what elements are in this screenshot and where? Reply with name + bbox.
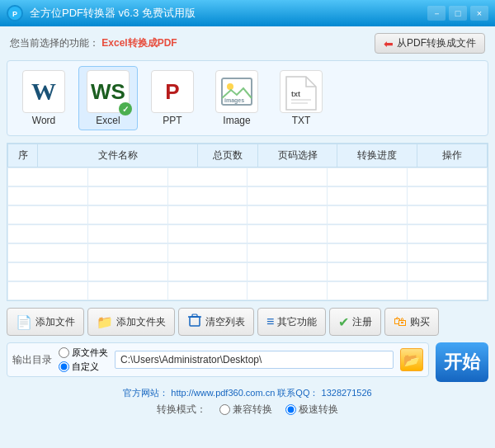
table-row — [7, 186, 488, 205]
radio-original-folder[interactable]: 原文件夹 — [59, 347, 108, 359]
svg-rect-9 — [190, 317, 200, 326]
current-func-display: 您当前选择的功能： Excel转换成PDF — [10, 36, 177, 50]
radio-original-label: 原文件夹 — [72, 347, 108, 359]
format-txt[interactable]: txt TXT — [271, 67, 331, 130]
table-row — [7, 281, 488, 300]
excel-check-icon: ✓ — [119, 102, 132, 116]
qq-label: 联系QQ： — [277, 388, 318, 398]
maximize-button[interactable]: □ — [449, 6, 467, 21]
format-word[interactable]: W Word — [14, 67, 73, 130]
top-bar: 您当前选择的功能： Excel转换成PDF ⬅ 从PDF转换成文件 — [7, 31, 488, 55]
app-title: 全方位PDF转换器 v6.3 免费试用版 — [30, 6, 427, 21]
title-bar: P 全方位PDF转换器 v6.3 免费试用版 － □ × — [0, 0, 495, 26]
other-func-label: 其它功能 — [277, 315, 317, 329]
buy-icon: 🛍 — [394, 314, 407, 329]
table-header: 序 文件名称 总页数 页码选择 转换进度 操作 — [7, 144, 488, 167]
txt-icon-box: txt — [280, 70, 323, 113]
ppt-icon-box: P — [151, 70, 194, 113]
browse-folder-button[interactable]: 📂 — [400, 348, 423, 371]
radio-custom[interactable]: 自定义 — [59, 361, 108, 373]
image-label: Image — [223, 115, 250, 126]
radio-custom-input[interactable] — [59, 361, 69, 372]
add-file-icon: 📄 — [16, 314, 32, 330]
minimize-button[interactable]: － — [427, 6, 446, 21]
close-button[interactable]: × — [470, 6, 488, 21]
register-label: 注册 — [352, 315, 372, 329]
register-icon: ✔ — [338, 314, 349, 330]
svg-rect-11 — [192, 314, 197, 317]
table-row — [7, 224, 488, 243]
folder-icon: 📂 — [403, 352, 420, 368]
clear-list-icon — [187, 313, 202, 331]
col-pagesel: 页码选择 — [257, 144, 337, 167]
other-func-button[interactable]: ≡ 其它功能 — [257, 308, 326, 336]
radio-original-input[interactable] — [59, 347, 69, 358]
svg-text:images: images — [224, 97, 244, 104]
current-func-value: Excel转换成PDF — [101, 37, 177, 49]
app-logo: P — [7, 5, 23, 21]
window-controls: － □ × — [427, 6, 488, 21]
buy-label: 购买 — [410, 315, 430, 329]
image-icon-box: images — [215, 70, 258, 113]
col-pages: 总页数 — [197, 144, 257, 167]
reverse-convert-button[interactable]: ⬅ 从PDF转换成文件 — [375, 33, 485, 54]
radio-custom-label: 自定义 — [72, 361, 99, 373]
ppt-label: PPT — [163, 115, 182, 126]
col-progress: 转换进度 — [337, 144, 417, 167]
table-row — [7, 205, 488, 224]
add-file-label: 添加文件 — [35, 315, 75, 329]
svg-text:P: P — [12, 10, 17, 18]
col-seq: 序 — [8, 144, 38, 167]
excel-icon-box: WS ✓ — [87, 70, 130, 113]
output-dir-row: 输出目录 原文件夹 自定义 📂 — [7, 342, 429, 377]
other-func-icon: ≡ — [266, 314, 274, 329]
add-file-button[interactable]: 📄 添加文件 — [7, 308, 84, 336]
site-url: http://www.pdf360.com.cn — [171, 388, 275, 398]
table-body — [7, 167, 488, 301]
table-row — [7, 262, 488, 281]
svg-text:txt: txt — [291, 90, 300, 98]
col-filename: 文件名称 — [38, 144, 198, 167]
add-folder-label: 添加文件夹 — [116, 315, 166, 329]
mode-fast[interactable]: 极速转换 — [285, 403, 338, 417]
svg-point-3 — [227, 83, 233, 90]
mode-row: 转换模式： 兼容转换 极速转换 — [7, 403, 488, 417]
add-folder-button[interactable]: 📁 添加文件夹 — [87, 308, 175, 336]
main-content: 您当前选择的功能： Excel转换成PDF ⬅ 从PDF转换成文件 W Word… — [0, 26, 495, 422]
start-button[interactable]: 开始 — [436, 342, 488, 382]
mode-compatible-radio[interactable] — [219, 404, 230, 415]
register-button[interactable]: ✔ 注册 — [329, 308, 381, 336]
mode-fast-label: 极速转换 — [299, 403, 338, 417]
add-folder-icon: 📁 — [97, 314, 113, 330]
buy-button[interactable]: 🛍 购买 — [384, 308, 439, 336]
site-label: 官方网站： — [123, 388, 168, 398]
format-excel[interactable]: WS ✓ Excel — [78, 66, 138, 130]
action-buttons-row: 📄 添加文件 📁 添加文件夹 清空列表 ≡ 其它功能 ✔ 注册 🛍 购买 — [7, 308, 488, 336]
output-path-input[interactable] — [115, 351, 394, 369]
mode-compatible[interactable]: 兼容转换 — [219, 403, 272, 417]
clear-list-button[interactable]: 清空列表 — [178, 308, 254, 336]
qq-value: 1328271526 — [322, 388, 372, 398]
format-selector-row: W Word WS ✓ Excel P PPT — [7, 60, 488, 136]
mode-label: 转换模式： — [157, 403, 206, 417]
format-ppt[interactable]: P PPT — [143, 67, 202, 130]
clear-list-label: 清空列表 — [205, 315, 245, 329]
format-image[interactable]: images Image — [207, 67, 266, 130]
output-radio-group: 原文件夹 自定义 — [59, 347, 108, 373]
mode-fast-radio[interactable] — [285, 404, 296, 415]
current-func-label: 您当前选择的功能： — [10, 37, 99, 49]
table-row — [7, 167, 488, 186]
website-info-row: 官方网站： http://www.pdf360.com.cn 联系QQ： 132… — [7, 387, 488, 399]
output-dir-label: 输出目录 — [12, 353, 52, 367]
reverse-btn-label: 从PDF转换成文件 — [397, 36, 476, 50]
word-icon-box: W — [22, 70, 65, 113]
table-row — [7, 243, 488, 262]
col-action: 操作 — [417, 144, 488, 167]
excel-label: Excel — [96, 115, 120, 126]
txt-label: TXT — [292, 115, 311, 126]
reverse-arrow-icon: ⬅ — [384, 37, 394, 50]
word-label: Word — [32, 115, 55, 126]
mode-compatible-label: 兼容转换 — [233, 403, 272, 417]
file-table: 序 文件名称 总页数 页码选择 转换进度 操作 — [7, 143, 488, 301]
